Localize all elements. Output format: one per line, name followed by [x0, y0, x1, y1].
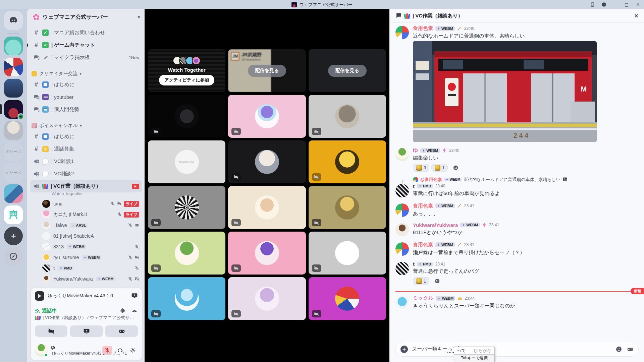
user-tile[interactable]	[148, 232, 225, 275]
user-tile[interactable]	[228, 186, 306, 229]
channel-minecraft-board[interactable]: | マイクラ掲示板 1New	[30, 51, 142, 64]
message[interactable]: t PMD 23:41 普通に急行で走ってんのバグ 1	[395, 261, 639, 285]
voice-member-tana[interactable]: tana ライブ	[30, 198, 142, 209]
message-author[interactable]: t	[413, 261, 415, 267]
user-tile[interactable]	[148, 277, 225, 320]
user-tile[interactable]	[309, 232, 386, 275]
message-author[interactable]: ミックル	[413, 295, 433, 301]
voice-member-01-shw[interactable]: 01 [!shw] ShabeleA	[30, 231, 142, 241]
watch-together-tile[interactable]: Watch Together アクティビティに参加	[148, 49, 225, 92]
voice-channel-vc-zatsudan-2[interactable]: | VC雑談2	[30, 168, 142, 180]
voice-member-8313[interactable]: 8313 WEBM	[30, 241, 142, 252]
category-voice-channels[interactable]: ボイスチャンネル ▾	[30, 121, 142, 130]
discord-home-button[interactable]	[4, 11, 23, 30]
user-tile[interactable]	[228, 95, 306, 138]
stream-tile-1[interactable]: JM JR武蔵野JR Musashino 配信を見る	[228, 49, 306, 92]
server-icon-news[interactable]	[4, 79, 23, 98]
channel-mania-contact[interactable]: # ✓ | マニア鯖お問い合わせ	[30, 26, 142, 39]
mute-button[interactable]	[102, 346, 112, 355]
reply-context[interactable]: @食用色素 WEBM 近代的なホームドアに普通鋼の車体、素晴らしい	[413, 177, 568, 183]
emoji-picker-icon[interactable]	[615, 346, 622, 353]
message-author[interactable]: 食用色素	[413, 25, 433, 32]
share-activity-button[interactable]	[131, 292, 138, 300]
user-tile[interactable]	[309, 95, 386, 138]
call-channel-path[interactable]: | VC作業（雑談あり） / ウェブマニア公式サ…	[43, 315, 134, 321]
avatar[interactable]	[395, 296, 409, 309]
server-icon-teal[interactable]	[4, 37, 23, 55]
user-tile[interactable]	[309, 186, 386, 229]
activities-button[interactable]	[105, 325, 138, 337]
watch-stream-button[interactable]: 配信を見る	[248, 65, 286, 77]
server-icon-blue-art[interactable]	[4, 184, 23, 203]
server-icon-collage[interactable]	[4, 58, 23, 76]
user-tile[interactable]	[228, 232, 306, 275]
channel-call-recruit[interactable]: # | 通話募集	[30, 143, 142, 155]
message[interactable]: ミックル WEBM 23:44 きゅうくらりんとスーパー類キー同じなのか	[395, 295, 639, 309]
screenshare-button[interactable]	[70, 325, 103, 337]
voice-member-t[interactable]: t PMD	[30, 263, 142, 274]
server-icon-label-1[interactable]: のサーバ	[4, 142, 23, 161]
voice-channel-vc-zatsudan-1[interactable]: | VC雑談1	[30, 155, 142, 168]
user-tile[interactable]	[148, 95, 225, 138]
close-window-button[interactable]: ✕	[635, 2, 641, 7]
voice-member-ryu-suzume[interactable]: ryu_suzume WEBM	[30, 252, 142, 263]
add-reaction-button[interactable]	[450, 164, 461, 172]
join-activity-button[interactable]: アクティビティに参加	[159, 75, 214, 85]
user-tile[interactable]	[309, 140, 386, 183]
message[interactable]: 食用色素 WEBM 23:40 近代的なホームドアに普通鋼の車体、素晴らしい	[395, 25, 639, 142]
server-icon-webmania[interactable]	[4, 100, 23, 119]
message[interactable]: Yukiwara/Yukiwara WEBM 23:41 8111Fとかいうやつ…	[395, 222, 639, 236]
reaction-pill[interactable]: 1	[431, 164, 448, 172]
voice-member-kanitama[interactable]: カニたまMark.II ライブ	[30, 209, 142, 220]
watch-stream-button[interactable]: 配信を見る	[328, 65, 367, 77]
avatar[interactable]	[395, 203, 409, 217]
close-icon[interactable]: ✕	[634, 13, 639, 19]
server-icon-easel[interactable]	[4, 205, 23, 224]
user-tile[interactable]	[228, 277, 306, 320]
camera-toggle-button[interactable]	[35, 325, 67, 337]
device-icon[interactable]	[590, 2, 595, 7]
channel-hajimeni-2[interactable]: # | はじめに	[30, 130, 142, 143]
avatar[interactable]	[35, 344, 48, 357]
avatar[interactable]	[395, 148, 409, 161]
avatar[interactable]	[395, 223, 409, 236]
server-icon-label-2[interactable]: のサーバ	[4, 163, 23, 182]
deafen-button[interactable]	[115, 346, 125, 355]
server-header[interactable]: ウェブマニア公式サーバー ▾	[27, 9, 145, 25]
message[interactable]: ゆ WEBM 23:40 編集楽しい 3 1	[395, 147, 639, 172]
avatar[interactable]	[395, 26, 409, 39]
voice-member-yukiwara[interactable]: Yukiwara/Yukiwara WEBM	[30, 274, 142, 284]
gif-game-icon[interactable]	[627, 346, 634, 353]
ime-candidate[interactable]: って	[457, 348, 466, 354]
message-input[interactable]: + スーパー類キーって	[395, 342, 639, 357]
reaction-pill[interactable]: 1	[413, 277, 429, 285]
channel-youtuber[interactable]: | youtuber	[30, 91, 142, 103]
message-author[interactable]: 食用色素	[413, 242, 433, 248]
attach-plus-button[interactable]: +	[400, 346, 408, 353]
disconnect-call-button[interactable]	[131, 307, 138, 314]
add-server-button[interactable]: +	[4, 227, 23, 245]
channel-indie-dev[interactable]: | 個人開発勢	[30, 103, 142, 116]
avatar[interactable]	[395, 184, 409, 197]
message-author[interactable]: ゆ	[413, 147, 418, 154]
message[interactable]: @食用色素 WEBM 近代的なホームドアに普通鋼の車体、素晴らしい t PMD	[395, 177, 639, 197]
user-tile[interactable]	[309, 277, 386, 320]
user-tile[interactable]: SHABELEA	[148, 140, 225, 183]
voice-member-falwe[interactable]: ! falwe ARSL	[30, 220, 142, 231]
message-author[interactable]: Yukiwara/Yukiwara	[413, 222, 458, 228]
reaction-pill[interactable]: 3	[413, 164, 429, 172]
settings-gear-button[interactable]	[128, 346, 138, 355]
category-creator-exchange[interactable]: クリエイター交流 ▾	[30, 69, 142, 78]
channel-game-chat[interactable]: # ✓ | ゲーム内チャット	[30, 39, 142, 51]
add-reaction-button[interactable]	[431, 277, 443, 285]
message-author[interactable]: 食用色素	[413, 203, 433, 209]
help-icon[interactable]	[601, 2, 606, 7]
user-panel[interactable]: ゆ ゆっくりMovieMaker v4.43.1.0をプ…+1	[31, 341, 142, 360]
explore-servers-button[interactable]	[4, 248, 23, 266]
maximize-button[interactable]: ▢	[624, 2, 629, 7]
avatar[interactable]	[395, 262, 409, 275]
message[interactable]: 食用色素 WEBM 23:41 あっ、、、	[395, 203, 639, 217]
voice-activity-icon[interactable]	[119, 307, 126, 314]
message[interactable]: 食用色素 WEBM 23:41 瀬戸線は一昔前まで吊り掛けだからセーフ（？）	[395, 242, 639, 256]
channel-hajimeni-1[interactable]: # | はじめに	[30, 78, 142, 91]
